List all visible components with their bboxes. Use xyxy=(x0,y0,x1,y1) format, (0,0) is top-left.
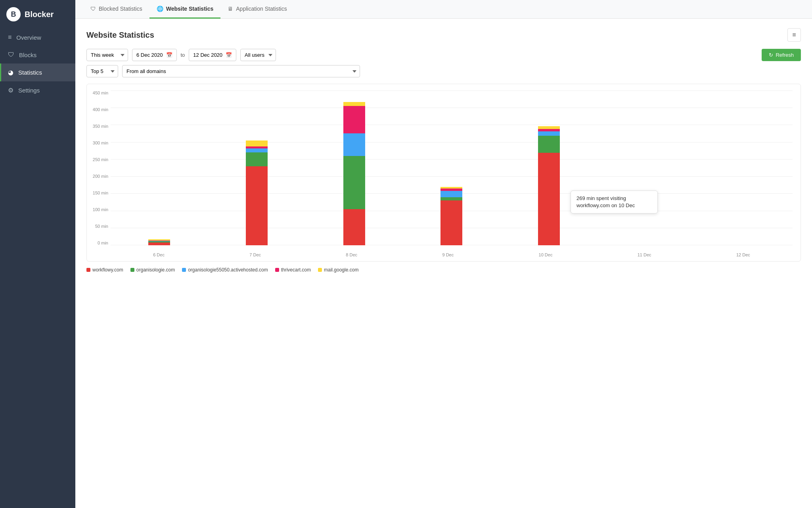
legend: workflowy.comorganisologie.comorganisolo… xyxy=(86,267,801,273)
bar-segment xyxy=(148,242,170,245)
to-label: to xyxy=(181,52,185,58)
main-content: 🛡Blocked Statistics🌐Website Statistics🖥A… xyxy=(75,0,812,508)
calendar-from-icon[interactable]: 📅 xyxy=(166,52,172,58)
x-label: 12 Dec xyxy=(736,252,750,257)
refresh-icon: ↻ xyxy=(769,52,773,58)
bar-segment xyxy=(246,152,268,166)
y-label: 100 min xyxy=(88,207,108,212)
bar-segment xyxy=(343,156,365,209)
app-name: Blocker xyxy=(25,10,54,19)
bar-segment xyxy=(440,191,462,197)
x-label: 10 Dec xyxy=(539,252,553,257)
tab-application[interactable]: 🖥Application Statistics xyxy=(220,0,294,19)
bar-stack xyxy=(148,239,170,245)
bar-segment xyxy=(246,148,268,152)
logo-icon: B xyxy=(6,7,21,21)
filters-row-1: This weekLast weekThis monthLast month 6… xyxy=(86,49,801,61)
sidebar-item-overview[interactable]: ≡Overview xyxy=(0,29,75,46)
tab-bar: 🛡Blocked Statistics🌐Website Statistics🖥A… xyxy=(75,0,812,19)
sidebar-item-settings[interactable]: ⚙Settings xyxy=(0,81,75,99)
y-labels: 0 min50 min100 min150 min200 min250 min3… xyxy=(88,90,108,245)
y-label: 200 min xyxy=(88,174,108,179)
content-header: Website Statistics ≡ xyxy=(86,28,801,42)
bar-group[interactable] xyxy=(440,187,462,245)
refresh-button[interactable]: ↻ Refresh xyxy=(762,49,801,61)
y-label: 250 min xyxy=(88,157,108,162)
bar-stack xyxy=(343,102,365,245)
bar-segment xyxy=(538,136,560,153)
bar-segment xyxy=(440,200,462,245)
bar-segment xyxy=(538,153,560,245)
date-to-display: 12 Dec 2020 📅 xyxy=(189,49,236,61)
sidebar-item-blocks[interactable]: 🛡Blocks xyxy=(0,46,75,64)
top-select[interactable]: Top 5Top 10Top 20 xyxy=(86,65,118,77)
nav-icon-blocks: 🛡 xyxy=(8,51,14,58)
content-area: Website Statistics ≡ This weekLast weekT… xyxy=(75,19,812,508)
bar-stack xyxy=(246,140,268,245)
y-label: 300 min xyxy=(88,140,108,145)
legend-item: organisologie55050.activehosted.com xyxy=(182,267,268,273)
page-title: Website Statistics xyxy=(86,31,154,40)
legend-label: workflowy.com xyxy=(92,267,123,273)
bar-segment xyxy=(343,133,365,156)
x-label: 11 Dec xyxy=(638,252,651,257)
legend-color xyxy=(318,268,322,272)
legend-color xyxy=(182,268,186,272)
legend-label: thrivecart.com xyxy=(281,267,311,273)
bar-segment xyxy=(246,140,268,147)
bar-segment xyxy=(343,102,365,106)
legend-item: thrivecart.com xyxy=(275,267,311,273)
tab-icon-blocked: 🛡 xyxy=(90,6,96,12)
menu-button[interactable]: ≡ xyxy=(787,28,801,42)
nav-icon-settings: ⚙ xyxy=(8,87,13,94)
chart-inner: 0 min50 min100 min150 min200 min250 min3… xyxy=(111,90,793,257)
x-labels: 6 Dec7 Dec8 Dec9 Dec10 Dec11 Dec12 Dec xyxy=(111,245,793,257)
x-label: 9 Dec xyxy=(442,252,454,257)
legend-item: workflowy.com xyxy=(86,267,123,273)
date-from-display: 6 Dec 2020 📅 xyxy=(132,49,177,61)
domain-select[interactable]: From all domains xyxy=(122,65,360,77)
user-select[interactable]: All users xyxy=(240,49,276,61)
y-label: 50 min xyxy=(88,224,108,229)
bar-segment xyxy=(343,209,365,245)
date-to-text: 12 Dec 2020 xyxy=(193,52,222,58)
x-label: 6 Dec xyxy=(153,252,165,257)
x-label: 8 Dec xyxy=(346,252,357,257)
legend-label: organisologie55050.activehosted.com xyxy=(188,267,268,273)
nav-label-overview: Overview xyxy=(16,34,41,41)
bar-stack xyxy=(440,187,462,245)
bars-area xyxy=(111,90,793,245)
legend-item: mail.google.com xyxy=(318,267,358,273)
tab-icon-application: 🖥 xyxy=(228,6,233,12)
legend-color xyxy=(275,268,279,272)
y-label: 350 min xyxy=(88,124,108,129)
refresh-label: Refresh xyxy=(776,52,794,58)
tab-website[interactable]: 🌐Website Statistics xyxy=(149,0,221,19)
period-select[interactable]: This weekLast weekThis monthLast month xyxy=(86,49,128,61)
tab-icon-website: 🌐 xyxy=(157,6,163,12)
y-label: 450 min xyxy=(88,90,108,95)
legend-color xyxy=(130,268,134,272)
y-label: 0 min xyxy=(88,241,108,245)
bar-segment xyxy=(246,166,268,245)
bar-group[interactable] xyxy=(538,126,560,245)
nav-label-blocks: Blocks xyxy=(19,52,36,58)
y-label: 400 min xyxy=(88,107,108,112)
legend-label: organisologie.com xyxy=(136,267,175,273)
bar-group[interactable] xyxy=(343,102,365,245)
bar-segment xyxy=(343,106,365,133)
sidebar-item-statistics[interactable]: ◕Statistics xyxy=(0,64,75,81)
calendar-to-icon[interactable]: 📅 xyxy=(226,52,232,58)
legend-label: mail.google.com xyxy=(324,267,358,273)
date-from-text: 6 Dec 2020 xyxy=(136,52,163,58)
tab-label-blocked: Blocked Statistics xyxy=(99,6,142,12)
bar-group[interactable] xyxy=(246,140,268,245)
nav-label-settings: Settings xyxy=(18,87,40,94)
tab-label-application: Application Statistics xyxy=(236,6,287,12)
bar-segment xyxy=(538,126,560,129)
tab-blocked[interactable]: 🛡Blocked Statistics xyxy=(83,0,149,19)
x-label: 7 Dec xyxy=(249,252,261,257)
filters-row-2: Top 5Top 10Top 20 From all domains xyxy=(86,65,801,77)
bar-segment xyxy=(440,197,462,201)
bar-group[interactable] xyxy=(148,239,170,245)
